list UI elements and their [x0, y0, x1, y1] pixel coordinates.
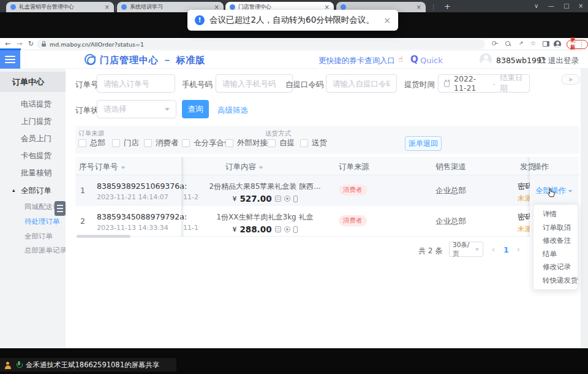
order-content: 2份精品大果85苹果礼盒装 陕西... [202, 181, 328, 192]
coupon-query-link[interactable]: 更快捷的券卡查询入口 [318, 56, 395, 66]
sidebar-item-member-visit[interactable]: 会员上门 [21, 134, 51, 144]
address-bar[interactable]: md.maboy.cn/AllOrder?status=1 [37, 39, 485, 49]
sidebar-group-all-orders[interactable]: 全部订单 [21, 186, 51, 196]
checkbox[interactable] [144, 139, 152, 147]
sidebar-item-phone-pickup[interactable]: 电话提货 [21, 99, 51, 110]
order-source-label: 订单来源 [78, 129, 104, 138]
order-status-select[interactable]: 请选择 [97, 100, 176, 118]
checkbox[interactable] [112, 139, 120, 147]
next-page-button[interactable]: › [517, 245, 520, 254]
sidebar-toggle-button[interactable] [0, 50, 20, 69]
kebab-menu-icon[interactable]: ⋮ [579, 41, 584, 47]
menu-item-cancel-order[interactable]: 订单取消 [533, 221, 578, 235]
window-minimize-icon[interactable]: — [548, 2, 554, 9]
zoom-icon[interactable] [505, 41, 511, 47]
advanced-filter-link[interactable]: 高级筛选 [217, 105, 248, 116]
group-expand-icon[interactable]: ▴ [12, 187, 15, 193]
quick-link[interactable]: Quick [420, 56, 443, 65]
refresh-icon[interactable]: ↻ [28, 40, 34, 48]
screen-share-indicator: 金禾通技术王斌18662591081的屏幕共享 [0, 358, 176, 372]
menu-item-edit-remark[interactable]: 修改备注 [533, 234, 578, 248]
info-icon: ! [195, 15, 205, 25]
key-icon[interactable] [492, 41, 498, 47]
bottom-bar: 金禾通技术王斌18662591081的屏幕共享 [0, 348, 588, 374]
end-date-placeholder: 结束日期 [500, 73, 524, 94]
horizontal-scrollbar-thumb[interactable] [77, 235, 130, 238]
date-range-picker[interactable]: 2022-11-21 - 结束日期 [438, 74, 530, 93]
user-avatar[interactable] [480, 53, 492, 66]
sidebar-subitem-all-orders[interactable]: 全部订单 [24, 232, 53, 241]
fixed-column-shadow-right [526, 157, 530, 237]
checkbox-delivery: 送货 [300, 138, 327, 148]
url-text: md.maboy.cn/AllOrder?status=1 [50, 41, 144, 48]
page-size-select[interactable]: 30条/页 [449, 242, 483, 257]
sidebar-section-order-center[interactable]: 订单中心 [0, 72, 66, 92]
menu-item-edit-history[interactable]: 修改记录 [533, 261, 578, 274]
menu-item-close-order[interactable]: 结单 [533, 248, 578, 261]
col-channel: 销售渠道 [435, 162, 466, 172]
checkbox-label: 总部 [90, 138, 105, 148]
prev-page-button[interactable]: ‹ [492, 245, 495, 254]
pickup-code-label: 自提口令码 [285, 80, 324, 90]
toast-close-icon[interactable]: × [383, 15, 391, 25]
row-seq: 1 [80, 186, 85, 195]
table-row[interactable]: 1 83859389251069376a 2023-11-21 14:14:07… [75, 175, 579, 206]
checkbox[interactable] [225, 139, 233, 147]
sidebar-subitem-hq-dispatch-log[interactable]: 总部派单记录 [24, 246, 67, 255]
chevron-down-icon [475, 248, 479, 253]
checkbox[interactable] [300, 139, 308, 147]
side-panel-icon[interactable] [543, 41, 549, 47]
col-label: 序号 [79, 162, 94, 172]
chrome-update-button[interactable]: 更新 ⋮ [567, 40, 588, 49]
sidebar-item-door-pickup[interactable]: 上门提货 [21, 116, 51, 127]
search-button[interactable]: 查询 [182, 100, 209, 118]
checkbox[interactable] [182, 139, 190, 147]
profile-avatar-icon[interactable] [554, 40, 561, 48]
start-date-value: 2022-11-21 [454, 74, 489, 93]
window-maximize-icon[interactable]: □ [564, 2, 569, 9]
forward-icon[interactable]: → [17, 40, 22, 48]
row-seq: 2 [80, 216, 85, 226]
clipped-date: 11-16 [183, 224, 199, 232]
checkbox[interactable] [78, 139, 86, 147]
pickup-code-input[interactable] [326, 74, 397, 93]
dispatch-return-button[interactable]: 派单退回 [405, 136, 442, 151]
app-logo [85, 54, 96, 65]
sidebar-item-card-pickup[interactable]: 卡包提货 [21, 151, 51, 161]
tab-close-icon[interactable]: × [417, 4, 421, 10]
order-content: 1份XX生鲜羊肉礼盒3kg 礼盒 [202, 212, 328, 223]
menu-item-to-express[interactable]: 转快递发货 [533, 274, 578, 288]
tab-close-icon[interactable]: × [105, 4, 110, 10]
phone-input[interactable] [216, 74, 293, 93]
quick-logo-icon[interactable]: Q [410, 54, 418, 65]
sidebar-collapse-handle[interactable] [55, 201, 66, 216]
pickup-time-label: 提货时间 [404, 80, 435, 90]
filter-collapse-button[interactable]: » [561, 74, 580, 85]
sidebar-subitem-pending-orders[interactable]: 待处理订单 [24, 217, 60, 226]
back-icon[interactable]: ← [5, 40, 10, 48]
order-number: 83859345088979792a [97, 212, 184, 221]
browser-tab-1[interactable]: 礼盒营销平台管理中心 × [6, 2, 114, 12]
sidebar-item-batch-verify[interactable]: 批量核销 [21, 168, 51, 178]
window-menu-icon[interactable]: ∨ [534, 2, 538, 9]
bookmark-star-icon[interactable]: ☆ [530, 40, 536, 47]
checkbox[interactable] [268, 139, 276, 147]
new-tab-button[interactable]: + [444, 2, 451, 11]
actions-dropdown-menu: 详情 订单取消 修改备注 结单 修改记录 转快递发货 [533, 204, 578, 290]
tab-favicon [121, 4, 127, 10]
sort-icon[interactable] [121, 164, 126, 171]
select-placeholder: 请选择 [104, 104, 127, 115]
logout-button[interactable]: 退出登录 [548, 56, 579, 66]
mobile-icon [293, 226, 298, 233]
col-label: 销售渠道 [435, 162, 466, 172]
share-icon[interactable]: ↗ [519, 40, 524, 46]
order-time: 2023-11-21 14:14:07 [97, 193, 184, 201]
window-close-icon[interactable]: × [578, 2, 583, 9]
order-no-input[interactable] [97, 74, 175, 93]
table-row[interactable]: 2 83859345088979792a 2023-11-13 14:33:34… [75, 206, 579, 237]
sort-icon[interactable] [258, 164, 263, 171]
order-price: 527.00 [239, 194, 271, 204]
logout-icon [539, 57, 545, 63]
menu-item-detail[interactable]: 详情 [533, 208, 578, 221]
current-page[interactable]: 1 [503, 245, 509, 254]
